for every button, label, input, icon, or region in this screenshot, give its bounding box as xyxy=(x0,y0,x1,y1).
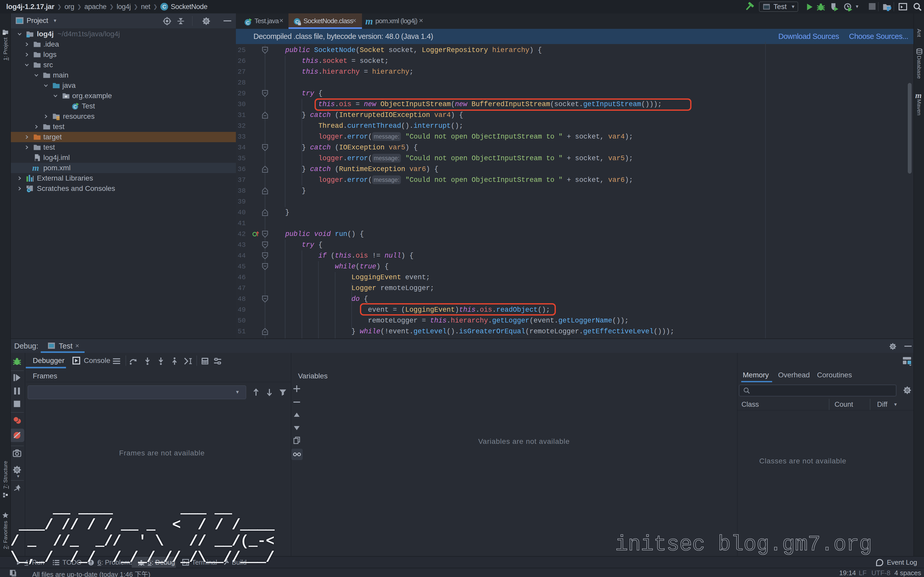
svg-text:C: C xyxy=(73,104,77,110)
svg-text:C: C xyxy=(246,20,249,26)
